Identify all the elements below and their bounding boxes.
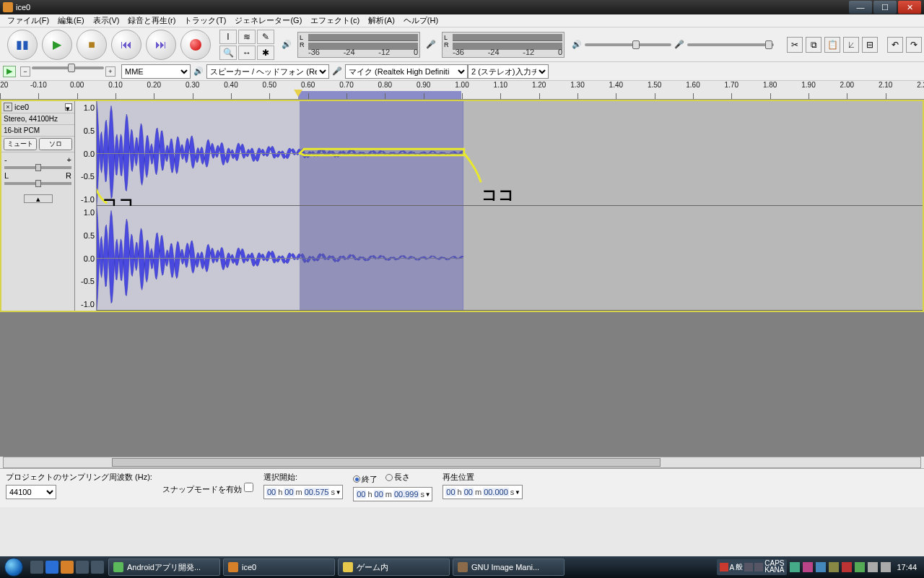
tray-icon[interactable] xyxy=(855,562,865,572)
horizontal-scrollbar[interactable] xyxy=(3,457,921,468)
speaker-icon: 🔊 xyxy=(282,40,292,49)
title-bar: ice0 — ☐ ✕ xyxy=(0,0,924,14)
ql-icon[interactable] xyxy=(76,561,89,574)
track-format: Stereo, 44100Hz xyxy=(1,113,74,125)
stop-button[interactable]: ■ xyxy=(77,30,107,60)
device-toolbar: ▶ − + MME 🔊 スピーカー / ヘッドフォン (Real 🎤 マイク (… xyxy=(0,62,924,81)
close-button[interactable]: ✕ xyxy=(898,1,921,14)
track-control-panel: × ice0 ▾ Stereo, 44100Hz 16-bit PCM ミュート… xyxy=(1,101,75,311)
skip-end-button[interactable]: ⏭ xyxy=(146,30,176,60)
pause-button[interactable]: ▮▮ xyxy=(7,30,38,60)
snap-label: スナップモードを有効 xyxy=(162,485,242,493)
taskbar-button[interactable]: GNU Image Mani... xyxy=(453,558,565,576)
silence-button[interactable]: ⊟ xyxy=(862,37,878,53)
play-button[interactable]: ▶ xyxy=(42,30,72,60)
menu-effect[interactable]: エフェクト(c) xyxy=(306,14,364,27)
menu-edit[interactable]: 編集(E) xyxy=(53,14,89,27)
paste-button[interactable]: 📋 xyxy=(824,37,840,53)
ql-icon[interactable] xyxy=(91,561,104,574)
cut-button[interactable]: ✂ xyxy=(787,37,803,53)
redo-button[interactable]: ↷ xyxy=(906,37,922,53)
track-area: × ice0 ▾ Stereo, 44100Hz 16-bit PCM ミュート… xyxy=(0,100,924,312)
ime-toolbar[interactable]: A般 CAPSKANA xyxy=(717,559,788,575)
input-volume-slider[interactable] xyxy=(687,43,774,46)
taskbar-button[interactable]: ice0 xyxy=(223,558,335,576)
amplitude-scale-r: 1.0 0.5 0.0 -0.5 -1.0 xyxy=(75,206,97,311)
record-button[interactable] xyxy=(180,30,211,60)
in-vol-icon: 🎤 xyxy=(674,40,684,49)
tray-icon[interactable] xyxy=(803,562,813,572)
ql-icon[interactable] xyxy=(61,561,74,574)
multi-tool[interactable]: ✱ xyxy=(257,46,274,60)
gain-slider[interactable] xyxy=(4,166,71,169)
speed-inc[interactable]: + xyxy=(105,66,116,77)
selection-tool[interactable]: I xyxy=(219,30,237,44)
ql-icon[interactable] xyxy=(45,561,58,574)
menu-transport[interactable]: 録音と再生(r) xyxy=(123,14,180,27)
snap-checkbox[interactable] xyxy=(244,483,253,492)
menu-generate[interactable]: ジェネレーター(G) xyxy=(230,14,306,27)
menu-track[interactable]: トラック(T) xyxy=(180,14,230,27)
start-button[interactable] xyxy=(0,556,27,578)
audio-position-time[interactable]: 00h 00m 00.000s▾ xyxy=(443,485,522,499)
track-bitdepth: 16-bit PCM xyxy=(1,125,74,137)
length-radio[interactable]: 長さ xyxy=(385,472,410,483)
tray-icon[interactable] xyxy=(868,562,878,572)
track-menu-button[interactable]: ▾ xyxy=(65,103,72,111)
project-rate-label: プロジェクトのサンプリング周波数 (Hz): xyxy=(6,472,152,483)
menu-help[interactable]: ヘルプ(H) xyxy=(399,14,443,27)
tray-volume-icon[interactable] xyxy=(881,562,891,572)
tray-icon[interactable] xyxy=(842,562,852,572)
collapse-button[interactable]: ▴ xyxy=(24,194,53,203)
tray-icon[interactable] xyxy=(829,562,839,572)
ql-icon[interactable] xyxy=(30,561,43,574)
trim-button[interactable]: ⟀ xyxy=(843,37,859,53)
selection-end-time[interactable]: 00h 00m 00.999s▾ xyxy=(353,487,432,501)
solo-button[interactable]: ソロ xyxy=(39,138,72,150)
track-close-button[interactable]: × xyxy=(4,103,12,111)
menu-view[interactable]: 表示(V) xyxy=(89,14,124,27)
pan-slider[interactable] xyxy=(4,182,71,185)
draw-tool[interactable]: ✎ xyxy=(257,30,274,44)
audio-host-select[interactable]: MME xyxy=(121,64,191,79)
end-radio[interactable]: 終了 xyxy=(353,474,378,485)
play-at-speed-button[interactable]: ▶ xyxy=(3,66,16,77)
undo-button[interactable]: ↶ xyxy=(887,37,903,53)
copy-button[interactable]: ⧉ xyxy=(806,37,821,53)
empty-track-area[interactable] xyxy=(0,312,924,457)
windows-taskbar: Androidアプリ開発... ice0 ゲーム内 GNU Image Mani… xyxy=(0,556,924,578)
minimize-button[interactable]: — xyxy=(849,1,872,14)
output-device-select[interactable]: スピーカー / ヘッドフォン (Real xyxy=(206,64,329,79)
mute-button[interactable]: ミュート xyxy=(4,138,37,150)
taskbar-button[interactable]: ゲーム内 xyxy=(338,558,450,576)
taskbar-button[interactable]: Androidアプリ開発... xyxy=(108,558,220,576)
speed-dec[interactable]: − xyxy=(20,66,30,77)
waveform-right[interactable]: ココ xyxy=(97,206,923,311)
amplitude-scale-l: 1.0 0.5 0.0 -0.5 -1.0 xyxy=(75,101,97,206)
input-channels-select[interactable]: 2 (ステレオ)入力チ xyxy=(468,64,549,79)
tools-grid: I ≋ ✎ 🔍 ↔ ✱ xyxy=(219,30,274,60)
record-meter[interactable]: LR -36-24-120 xyxy=(442,32,565,58)
envelope-tool[interactable]: ≋ xyxy=(238,30,256,44)
timeline-ruler[interactable]: -0.20-0.100.000.100.200.300.400.500.600.… xyxy=(0,81,924,100)
selection-start-time[interactable]: 00h 00m 00.575s▾ xyxy=(263,485,343,499)
transport-toolbar: ▮▮ ▶ ■ ⏮ ⏭ I ≋ ✎ 🔍 ↔ ✱ 🔊 LR -36-24-120 🎤… xyxy=(0,27,924,62)
maximize-button[interactable]: ☐ xyxy=(873,1,897,14)
tray-icon[interactable] xyxy=(790,562,800,572)
selection-toolbar: プロジェクトのサンプリング周波数 (Hz): 44100 スナップモードを有効 … xyxy=(0,468,924,507)
menu-analyze[interactable]: 解析(A) xyxy=(364,14,399,27)
play-speed-slider[interactable] xyxy=(32,66,104,69)
input-device-select[interactable]: マイク (Realtek High Definiti xyxy=(345,64,468,79)
timeshift-tool[interactable]: ↔ xyxy=(238,46,256,60)
tray-icon[interactable] xyxy=(816,562,826,572)
app-icon xyxy=(3,2,13,12)
window-title: ice0 xyxy=(16,3,30,12)
output-volume-slider[interactable] xyxy=(585,43,671,46)
zoom-tool[interactable]: 🔍 xyxy=(219,46,237,60)
taskbar-clock[interactable]: 17:44 xyxy=(894,563,920,571)
skip-start-button[interactable]: ⏮ xyxy=(111,30,141,60)
menu-file[interactable]: ファイル(F) xyxy=(3,14,53,27)
track-name[interactable]: ice0 xyxy=(14,103,63,111)
project-rate-select[interactable]: 44100 xyxy=(6,485,56,499)
playback-meter[interactable]: LR -36-24-120 xyxy=(297,32,420,58)
